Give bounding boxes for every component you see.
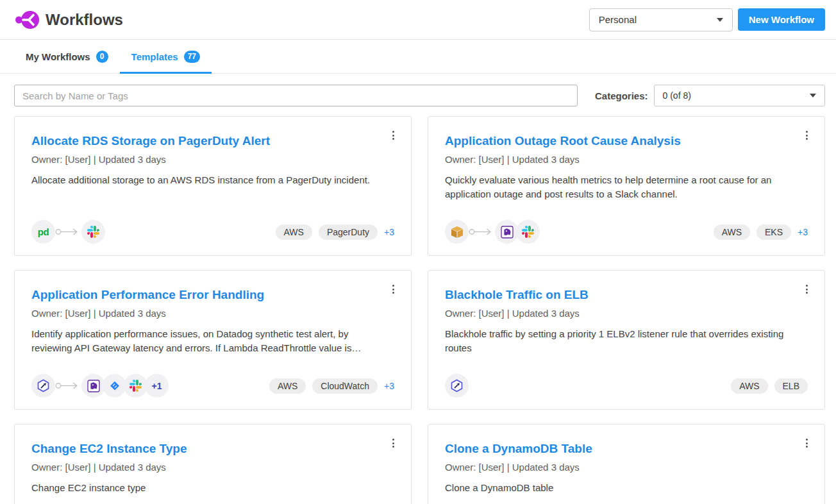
tag-chip[interactable]: AWS [714, 224, 750, 240]
workflow-card: Allocate RDS Storage on PagerDuty Alert … [14, 116, 412, 256]
slack-icon [516, 220, 540, 244]
tab-templates-count-badge: 77 [184, 51, 200, 63]
categories-label: Categories: [595, 90, 648, 101]
categories-select[interactable]: 0 (of 8) [654, 85, 825, 106]
tab-my-workflows[interactable]: My Workflows 0 [14, 40, 120, 73]
workspace-select[interactable]: Personal [589, 8, 733, 31]
workflow-meta: Owner: [User] | Updated 3 days [31, 308, 394, 319]
aws-icon [445, 220, 469, 244]
workspace-select-value: Personal [599, 14, 637, 25]
card-menu-button[interactable] [801, 281, 812, 297]
workflow-card: Blackhole Traffic on ELB Owner: [User] |… [428, 270, 825, 410]
tab-templates-label: Templates [131, 51, 178, 62]
tab-my-workflows-count-badge: 0 [96, 51, 108, 63]
overflow-actions-badge: +1 [145, 374, 169, 398]
card-footer: AWSELB [445, 374, 808, 398]
flow-arrow-icon [55, 220, 81, 244]
tab-my-workflows-label: My Workflows [26, 51, 90, 62]
tags-row: AWSPagerDuty+3 [276, 224, 395, 240]
tag-chip[interactable]: AWS [276, 224, 312, 240]
chevron-down-icon [717, 18, 723, 22]
workflow-title-link[interactable]: Clone a DynamoDB Table [445, 441, 808, 457]
workflow-meta: Owner: [User] | Updated 3 days [445, 462, 808, 473]
workflow-description: Clone a DynamoDB table [445, 481, 808, 495]
workflow-meta: Owner: [User] | Updated 3 days [445, 154, 808, 165]
tag-chip[interactable]: AWS [731, 378, 767, 394]
card-footer: pd AWSPagerDuty+3 [31, 220, 394, 244]
tags-row: AWSEKS+3 [714, 224, 808, 240]
workflow-description: Allocate additional storage to an AWS RD… [31, 173, 394, 187]
flow-arrow-icon [469, 220, 494, 244]
workflow-card: Clone a DynamoDB Table Owner: [User] | U… [428, 424, 825, 504]
tag-chip[interactable]: CloudWatch [312, 378, 378, 394]
service-icons-row [445, 374, 469, 398]
slack-icon [124, 374, 147, 398]
workflow-title-link[interactable]: Application Performance Error Handling [31, 287, 394, 303]
chevron-down-icon [810, 94, 816, 97]
more-tags-link[interactable]: +3 [798, 227, 808, 237]
datadog-icon [495, 220, 519, 244]
card-menu-button[interactable] [801, 435, 812, 451]
template-card-grid: Allocate RDS Storage on PagerDuty Alert … [14, 116, 836, 504]
api-trigger-icon [445, 374, 469, 398]
workflow-meta: Owner: [User] | Updated 3 days [31, 462, 394, 473]
tag-chip[interactable]: PagerDuty [319, 224, 378, 240]
more-tags-link[interactable]: +3 [384, 381, 394, 391]
page-title: Workflows [46, 11, 123, 29]
card-footer: AWSEKS+3 [445, 220, 808, 244]
workflows-page: Workflows Personal New Workflow My Workf… [0, 0, 836, 504]
workflow-description: Quickly evaluate various health metrics … [445, 173, 808, 201]
card-menu-button[interactable] [388, 281, 399, 297]
card-menu-button[interactable] [388, 435, 399, 451]
card-menu-button[interactable] [388, 128, 399, 143]
categories-select-value: 0 (of 8) [663, 90, 691, 101]
workflow-card: Application Performance Error Handling O… [14, 270, 412, 410]
workflow-title-link[interactable]: Change EC2 Instance Type [31, 441, 394, 457]
service-icons-row: pd [31, 220, 105, 244]
workflow-title-link[interactable]: Blackhole Traffic on ELB [445, 287, 808, 303]
workflow-meta: Owner: [User] | Updated 3 days [445, 308, 808, 319]
tab-bar: My Workflows 0 Templates 77 [0, 40, 836, 74]
new-workflow-button[interactable]: New Workflow [738, 8, 825, 31]
tag-chip[interactable]: AWS [269, 378, 306, 394]
workflow-description: Identify application performance issues,… [31, 327, 394, 355]
tags-row: AWSELB [731, 378, 808, 394]
card-menu-button[interactable] [801, 128, 812, 143]
workflow-card: Application Outage Root Cause Analysis O… [428, 116, 825, 256]
datadog-icon [81, 374, 105, 398]
tag-chip[interactable]: ELB [774, 378, 808, 394]
workflow-card: Change EC2 Instance Type Owner: [User] |… [14, 424, 412, 504]
app-logo-icon [15, 8, 40, 31]
service-icons-row [445, 220, 540, 244]
tab-templates[interactable]: Templates 77 [120, 40, 212, 73]
service-icons-row: +1 [31, 374, 169, 398]
search-input[interactable] [14, 85, 578, 106]
tags-row: AWSCloudWatch+3 [269, 378, 394, 394]
workflow-title-link[interactable]: Allocate RDS Storage on PagerDuty Alert [31, 133, 394, 149]
workflow-description: Blackhole traffic by setting a priority … [445, 327, 808, 355]
more-tags-link[interactable]: +3 [384, 227, 394, 237]
flow-arrow-icon [55, 374, 81, 398]
card-footer: +1 AWSCloudWatch+3 [31, 374, 394, 398]
filter-bar: Categories: 0 (of 8) [0, 74, 836, 106]
workflow-title-link[interactable]: Application Outage Root Cause Analysis [445, 133, 808, 149]
jira-icon [103, 374, 126, 398]
tag-chip[interactable]: EKS [757, 224, 791, 240]
header: Workflows Personal New Workflow [0, 0, 836, 40]
pagerduty-icon: pd [31, 220, 55, 244]
slack-icon [81, 220, 105, 244]
api-trigger-icon [31, 374, 55, 398]
workflow-description: Change EC2 instance type [31, 481, 394, 495]
workflow-meta: Owner: [User] | Updated 3 days [31, 154, 394, 165]
